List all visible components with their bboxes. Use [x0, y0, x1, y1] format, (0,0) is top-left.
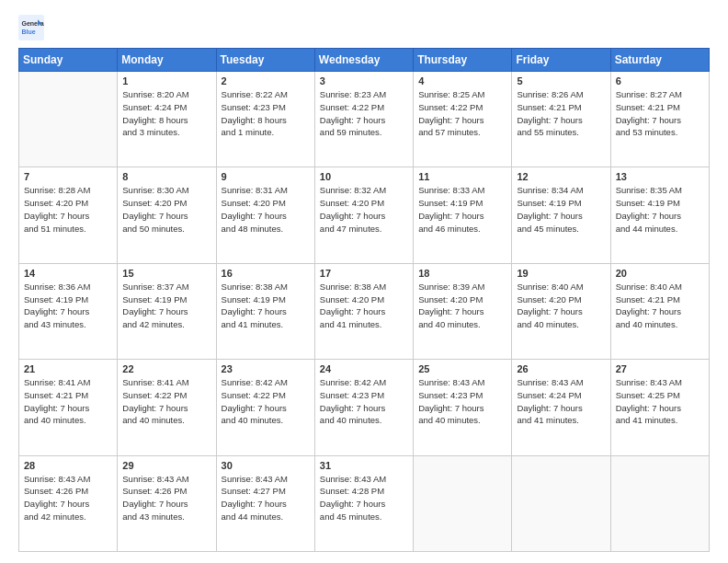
logo: General Blue: [18, 15, 44, 40]
calendar-cell: 23Sunrise: 8:42 AM Sunset: 4:22 PM Dayli…: [216, 360, 314, 455]
calendar-cell: 7Sunrise: 8:28 AM Sunset: 4:20 PM Daylig…: [19, 167, 118, 263]
day-number: 29: [122, 460, 210, 471]
day-number: 27: [616, 363, 704, 374]
day-info: Sunrise: 8:36 AM Sunset: 4:19 PM Dayligh…: [24, 281, 112, 331]
day-info: Sunrise: 8:35 AM Sunset: 4:19 PM Dayligh…: [616, 184, 704, 235]
day-number: 21: [24, 363, 112, 374]
weekday-header-tuesday: Tuesday: [216, 49, 314, 72]
weekday-header-friday: Friday: [512, 49, 610, 72]
day-number: 7: [24, 171, 112, 182]
day-info: Sunrise: 8:33 AM Sunset: 4:19 PM Dayligh…: [418, 184, 506, 235]
calendar-cell: 28Sunrise: 8:43 AM Sunset: 4:26 PM Dayli…: [19, 455, 118, 551]
day-number: 13: [616, 171, 704, 182]
week-row-4: 28Sunrise: 8:43 AM Sunset: 4:26 PM Dayli…: [19, 455, 710, 551]
calendar-cell: 25Sunrise: 8:43 AM Sunset: 4:23 PM Dayli…: [414, 360, 512, 455]
calendar-cell: 3Sunrise: 8:23 AM Sunset: 4:22 PM Daylig…: [314, 72, 413, 167]
day-info: Sunrise: 8:22 AM Sunset: 4:23 PM Dayligh…: [222, 88, 310, 139]
day-number: 8: [122, 171, 210, 182]
calendar-cell: [414, 455, 512, 551]
week-row-3: 21Sunrise: 8:41 AM Sunset: 4:21 PM Dayli…: [19, 360, 710, 455]
day-info: Sunrise: 8:41 AM Sunset: 4:21 PM Dayligh…: [24, 376, 112, 427]
calendar-cell: 1Sunrise: 8:20 AM Sunset: 4:24 PM Daylig…: [118, 72, 216, 167]
calendar-cell: 10Sunrise: 8:32 AM Sunset: 4:20 PM Dayli…: [314, 167, 413, 263]
day-info: Sunrise: 8:43 AM Sunset: 4:24 PM Dayligh…: [517, 376, 605, 427]
day-info: Sunrise: 8:43 AM Sunset: 4:23 PM Dayligh…: [418, 376, 506, 427]
day-number: 19: [517, 268, 605, 279]
day-number: 11: [418, 171, 506, 182]
calendar-cell: 12Sunrise: 8:34 AM Sunset: 4:19 PM Dayli…: [512, 167, 610, 263]
day-info: Sunrise: 8:25 AM Sunset: 4:22 PM Dayligh…: [418, 88, 506, 139]
day-info: Sunrise: 8:27 AM Sunset: 4:21 PM Dayligh…: [616, 88, 704, 139]
day-number: 30: [222, 460, 310, 471]
logo-icon: General Blue: [18, 15, 44, 40]
day-info: Sunrise: 8:42 AM Sunset: 4:22 PM Dayligh…: [222, 376, 310, 427]
calendar-cell: 26Sunrise: 8:43 AM Sunset: 4:24 PM Dayli…: [512, 360, 610, 455]
calendar-cell: 22Sunrise: 8:41 AM Sunset: 4:22 PM Dayli…: [118, 360, 216, 455]
weekday-header-sunday: Sunday: [19, 49, 118, 72]
day-number: 12: [517, 171, 605, 182]
day-number: 6: [616, 75, 704, 86]
svg-text:Blue: Blue: [22, 29, 36, 35]
day-info: Sunrise: 8:42 AM Sunset: 4:23 PM Dayligh…: [320, 376, 408, 427]
weekday-header-monday: Monday: [118, 49, 216, 72]
day-info: Sunrise: 8:43 AM Sunset: 4:28 PM Dayligh…: [320, 473, 408, 523]
calendar-cell: 30Sunrise: 8:43 AM Sunset: 4:27 PM Dayli…: [216, 455, 314, 551]
calendar-cell: 31Sunrise: 8:43 AM Sunset: 4:28 PM Dayli…: [314, 455, 413, 551]
week-row-0: 1Sunrise: 8:20 AM Sunset: 4:24 PM Daylig…: [19, 72, 710, 167]
calendar-cell: 8Sunrise: 8:30 AM Sunset: 4:20 PM Daylig…: [118, 167, 216, 263]
day-info: Sunrise: 8:39 AM Sunset: 4:20 PM Dayligh…: [418, 281, 506, 331]
page: General Blue SundayMondayTuesdayWednesda…: [0, 0, 728, 563]
day-info: Sunrise: 8:32 AM Sunset: 4:20 PM Dayligh…: [320, 184, 408, 235]
calendar-cell: [512, 455, 610, 551]
day-info: Sunrise: 8:40 AM Sunset: 4:20 PM Dayligh…: [517, 281, 605, 331]
day-info: Sunrise: 8:28 AM Sunset: 4:20 PM Dayligh…: [24, 184, 112, 235]
day-number: 20: [616, 268, 704, 279]
day-number: 28: [24, 460, 112, 471]
calendar-table: SundayMondayTuesdayWednesdayThursdayFrid…: [18, 48, 710, 552]
weekday-header-saturday: Saturday: [610, 49, 709, 72]
calendar-cell: 11Sunrise: 8:33 AM Sunset: 4:19 PM Dayli…: [414, 167, 512, 263]
calendar-cell: [19, 72, 118, 167]
calendar-cell: 4Sunrise: 8:25 AM Sunset: 4:22 PM Daylig…: [414, 72, 512, 167]
day-info: Sunrise: 8:41 AM Sunset: 4:22 PM Dayligh…: [122, 376, 210, 427]
day-number: 5: [517, 75, 605, 86]
calendar-cell: 15Sunrise: 8:37 AM Sunset: 4:19 PM Dayli…: [118, 263, 216, 359]
day-info: Sunrise: 8:31 AM Sunset: 4:20 PM Dayligh…: [222, 184, 310, 235]
calendar-cell: 20Sunrise: 8:40 AM Sunset: 4:21 PM Dayli…: [610, 263, 709, 359]
calendar-cell: 19Sunrise: 8:40 AM Sunset: 4:20 PM Dayli…: [512, 263, 610, 359]
day-info: Sunrise: 8:43 AM Sunset: 4:27 PM Dayligh…: [222, 473, 310, 523]
day-info: Sunrise: 8:43 AM Sunset: 4:25 PM Dayligh…: [616, 376, 704, 427]
svg-rect-0: [18, 15, 44, 40]
calendar-cell: 16Sunrise: 8:38 AM Sunset: 4:19 PM Dayli…: [216, 263, 314, 359]
day-number: 26: [517, 363, 605, 374]
day-number: 4: [418, 75, 506, 86]
day-info: Sunrise: 8:26 AM Sunset: 4:21 PM Dayligh…: [517, 88, 605, 139]
day-info: Sunrise: 8:43 AM Sunset: 4:26 PM Dayligh…: [122, 473, 210, 523]
calendar-cell: [610, 455, 709, 551]
day-number: 10: [320, 171, 408, 182]
day-info: Sunrise: 8:37 AM Sunset: 4:19 PM Dayligh…: [122, 281, 210, 331]
day-info: Sunrise: 8:38 AM Sunset: 4:19 PM Dayligh…: [222, 281, 310, 331]
weekday-header-thursday: Thursday: [414, 49, 512, 72]
week-row-2: 14Sunrise: 8:36 AM Sunset: 4:19 PM Dayli…: [19, 263, 710, 359]
calendar-cell: 6Sunrise: 8:27 AM Sunset: 4:21 PM Daylig…: [610, 72, 709, 167]
calendar-cell: 9Sunrise: 8:31 AM Sunset: 4:20 PM Daylig…: [216, 167, 314, 263]
calendar-cell: 5Sunrise: 8:26 AM Sunset: 4:21 PM Daylig…: [512, 72, 610, 167]
day-number: 15: [122, 268, 210, 279]
day-number: 3: [320, 75, 408, 86]
calendar-cell: 27Sunrise: 8:43 AM Sunset: 4:25 PM Dayli…: [610, 360, 709, 455]
calendar-cell: 13Sunrise: 8:35 AM Sunset: 4:19 PM Dayli…: [610, 167, 709, 263]
day-number: 17: [320, 268, 408, 279]
day-number: 1: [122, 75, 210, 86]
day-number: 9: [222, 171, 310, 182]
day-number: 14: [24, 268, 112, 279]
calendar-cell: 2Sunrise: 8:22 AM Sunset: 4:23 PM Daylig…: [216, 72, 314, 167]
day-number: 2: [222, 75, 310, 86]
day-number: 16: [222, 268, 310, 279]
day-info: Sunrise: 8:23 AM Sunset: 4:22 PM Dayligh…: [320, 88, 408, 139]
day-info: Sunrise: 8:43 AM Sunset: 4:26 PM Dayligh…: [24, 473, 112, 523]
calendar-cell: 17Sunrise: 8:38 AM Sunset: 4:20 PM Dayli…: [314, 263, 413, 359]
day-number: 18: [418, 268, 506, 279]
day-number: 25: [418, 363, 506, 374]
calendar-cell: 21Sunrise: 8:41 AM Sunset: 4:21 PM Dayli…: [19, 360, 118, 455]
